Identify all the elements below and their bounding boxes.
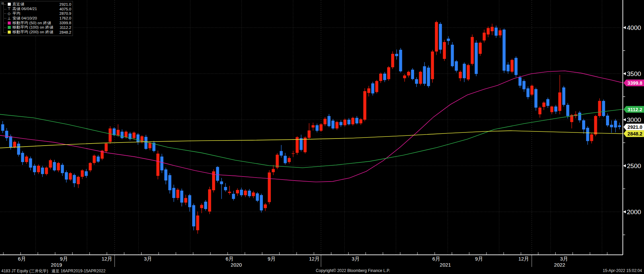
candle-body [53,162,56,170]
candle-body [240,190,243,195]
candle-body [109,128,112,142]
candle-body [427,68,430,86]
candle-body [73,175,76,183]
candle-body [479,43,482,54]
candle-body [168,175,171,190]
candle-body [355,118,358,123]
legend-item-ma50[interactable]: 移動平均 (50) on 終値 3399.8 [2,21,71,25]
candle-body [435,22,438,52]
candle-body [13,142,16,147]
y-axis-label: 2000 [627,208,641,216]
legend-value: 2848.2 [59,30,71,34]
x-axis-month-label: 9月 [475,256,483,262]
candle-body [339,122,343,125]
security-description: 4183 JT Equity (三井化学) 週足 16APR2019-15APR… [1,268,106,274]
legend-item-average[interactable]: ◇ 平均 2870.9 [2,11,71,16]
candle-body [224,187,227,190]
candle-body [526,88,529,97]
candle-body [534,89,537,108]
candle-body [594,116,597,134]
y-axis-tick-arrow-icon [623,210,626,213]
candle-body [160,157,163,170]
legend-label: 安値 04/10/20 [12,16,37,21]
legend-label: 平均 [12,11,20,16]
chart-plot-area[interactable] [0,0,623,255]
x-axis-year-label: 2019 [51,262,62,268]
x-axis-month-label: 12月 [518,256,529,262]
candle-body [511,60,514,72]
candle-body [196,216,199,230]
candle-body [375,81,378,92]
candle-body [467,65,470,80]
candle-body [351,118,354,124]
candle-body [363,91,366,120]
candle-body [610,125,613,127]
candle-body [299,138,303,150]
candle-body [483,33,486,40]
candle-body [61,165,64,173]
bloomberg-chart-screen: 400035003000250020006月9月12月3月6月9月12月3月6月… [0,0,644,274]
low-marker-icon: ⊥ [7,16,11,20]
candle-body [618,125,621,127]
legend-label: 高値 06/04/21 [12,6,37,11]
legend-label: 直近値 [12,2,24,7]
candle-body [117,130,120,135]
average-marker-icon: ◇ [7,12,11,15]
legend-label: 移動平均 (100) on 終値 [12,25,53,30]
candle-body [156,154,159,176]
candle-body [407,72,410,76]
candle-body [554,107,557,112]
candlestick-chart: 400035003000250020006月9月12月3月6月9月12月3月6月… [0,0,644,274]
candle-body [280,151,283,156]
candle-body [327,116,330,126]
candle-body [204,202,207,209]
y-axis-tick-arrow-icon [623,118,626,121]
candle-body [403,75,406,78]
candle-body [491,27,494,31]
status-bar: 4183 JT Equity (三井化学) 週足 16APR2019-15APR… [0,268,644,274]
legend-item-low[interactable]: ⊥ 安値 04/10/20 1762.0 [2,16,71,21]
x-axis-year-label: 2020 [231,262,242,268]
legend-item-high[interactable]: ⊤ 高値 06/04/21 4075.0 [2,7,71,11]
x-axis-month-label: 3月 [560,256,568,262]
candle-body [176,190,179,198]
legend-item-ma100[interactable]: 移動平均 (100) on 終値 3112.2 [2,25,71,30]
candle-body [125,132,128,137]
candle-body [431,51,434,79]
ma200-swatch-icon [7,30,11,34]
candle-body [582,120,585,129]
candle-body [288,158,291,162]
candle-body [415,79,418,84]
candle-body [164,169,167,181]
candle-body [387,67,390,79]
price-tag-last: 2921.0 [623,124,644,130]
legend-item-last[interactable]: 直近値 2921.0 [2,2,71,7]
candle-body [331,121,334,128]
candle-body [17,144,20,155]
legend-value: 4075.0 [59,7,71,11]
y-axis-label: 2500 [627,162,641,169]
legend-item-ma200[interactable]: 移動平均 (200) on 終値 2848.2 [2,30,71,35]
x-axis-month-label: 12月 [102,256,112,262]
candle-body [45,167,48,174]
candle-body [507,65,510,71]
price-tag-value: 3112.2 [628,107,642,112]
legend-value: 1762.0 [59,16,71,20]
candle-body [41,167,44,174]
candle-body [276,155,279,167]
candle-body [323,119,326,124]
candle-body [443,42,446,59]
x-axis-month-label: 3月 [144,256,152,262]
price-tag-ma200: 2848.2 [623,130,644,137]
candle-body [77,177,80,184]
price-tag-ma100: 3112.2 [623,106,644,113]
last-price-swatch-icon [7,2,11,6]
candle-body [590,134,593,141]
candle-body [423,66,426,84]
candle-body [220,182,223,184]
timestamp: 15-Apr-2022 15:02:04 [603,268,642,273]
candle-body [411,70,414,79]
ma50-swatch-icon [7,21,11,25]
candle-body [236,190,239,193]
candle-body [530,86,533,95]
